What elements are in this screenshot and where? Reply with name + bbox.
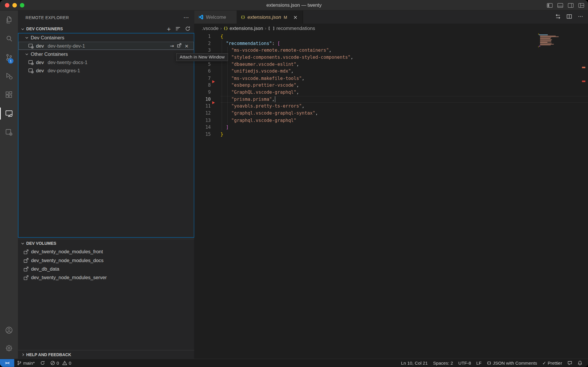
status-indentation[interactable]: Spaces: 2 [430, 359, 456, 367]
code-token: , [272, 97, 275, 102]
volume-item[interactable]: dev_twenty_node_modules_front [18, 247, 194, 256]
close-tab-icon[interactable]: × [292, 14, 299, 20]
sync-changes-item[interactable] [37, 359, 47, 367]
breadcrumb-file[interactable]: extensions.json [230, 25, 263, 31]
volume-item[interactable]: dev_twenty_node_modules_docs [18, 256, 194, 264]
code-line[interactable]: 4 "styled-components.vscode-styled-compo… [194, 54, 588, 61]
remote-indicator[interactable]: >< [0, 359, 14, 367]
status-language-mode[interactable]: {} JSON with Comments [484, 359, 540, 367]
stop-container-icon[interactable]: × [185, 43, 189, 48]
search-icon[interactable] [0, 29, 18, 48]
dev-volumes-header[interactable]: DEV VOLUMES [18, 239, 194, 247]
code-token: "graphql.vscode-graphql-syntax" [220, 110, 315, 116]
code-token: : [272, 41, 277, 46]
refresh-icon[interactable] [185, 26, 191, 32]
volume-icon [23, 249, 29, 254]
container-description: dev-twenty-dev-1 [48, 43, 85, 48]
container-icon [28, 43, 34, 48]
window-title: extensions.json — twenty [0, 0, 588, 11]
toggle-primary-sidebar-icon[interactable] [547, 2, 553, 8]
status-formatter[interactable]: ✓ Prettier [540, 359, 565, 367]
status-line-col[interactable]: Ln 10, Col 21 [398, 359, 430, 367]
problems-item[interactable]: 0 0 [48, 359, 74, 367]
volume-item[interactable]: dev_db_data [18, 265, 194, 273]
breadcrumb-folder[interactable]: .vscode [202, 25, 218, 31]
tree-item-dev-twenty-dev[interactable]: dev dev-twenty-dev-1 → × [19, 42, 194, 50]
explorer-icon[interactable] [0, 11, 18, 29]
code-token: "yoavbls.pretty-ts-errors" [220, 103, 302, 109]
feedback-icon[interactable] [565, 359, 575, 367]
volume-item[interactable]: dev_twenty_node_modules_server [18, 273, 194, 282]
filter-list-icon[interactable] [175, 26, 181, 32]
code-line-current[interactable]: 10 "prisma.prisma", [194, 96, 588, 103]
extensions-icon[interactable] [0, 86, 18, 104]
section-actions: + [167, 26, 194, 32]
editor-more-actions-icon[interactable] [577, 13, 583, 21]
git-branch-item[interactable]: main* [14, 359, 37, 367]
code-token: "ms-vscode.makefile-tools" [220, 76, 302, 81]
plus-icon[interactable]: + [167, 26, 171, 31]
code-line[interactable]: 2 "recommendations": [ [194, 40, 588, 47]
code-line[interactable]: 5 "dbaeumer.vscode-eslint", [194, 61, 588, 68]
code-token: , [315, 110, 318, 116]
code-line[interactable]: 14 ] [194, 124, 588, 131]
gutter-marker-icon [212, 101, 215, 104]
code-line[interactable]: 15} [194, 131, 588, 138]
code-line[interactable]: 11 "yoavbls.pretty-ts-errors", [194, 103, 588, 110]
tab-welcome[interactable]: Welcome [194, 11, 237, 24]
accounts-icon[interactable] [0, 321, 18, 339]
tooltip: Attach in New Window [176, 53, 228, 61]
dev-containers-icon[interactable] [0, 123, 18, 142]
toggle-panel-icon[interactable] [557, 2, 563, 8]
code-line[interactable]: 3 "ms-vscode-remote.remote-containers", [194, 47, 588, 54]
branch-icon [17, 361, 22, 366]
chevron-down-icon [26, 36, 28, 38]
editor-group: Welcome {} extensions.json M × .vscode ›… [194, 11, 588, 359]
tree-group-other-containers[interactable]: Other Containers [19, 50, 194, 58]
code-line[interactable]: 13 "graphql.vscode-graphql" [194, 117, 588, 124]
source-control-icon[interactable]: 1 [0, 48, 18, 67]
split-editor-icon[interactable] [566, 13, 572, 21]
code-editor[interactable]: 1{ 2 "recommendations": [ 3 "ms-vscode-r… [194, 33, 588, 359]
customize-layout-icon[interactable] [578, 2, 584, 8]
sidebar-title: REMOTE EXPLORER [26, 15, 183, 20]
code-line[interactable]: 9 "GraphQL.vscode-graphql", [194, 89, 588, 96]
code-token: "ms-vscode-remote.remote-containers" [220, 48, 329, 53]
code-line[interactable]: 12 "graphql.vscode-graphql-syntax", [194, 110, 588, 117]
section-dev-containers[interactable]: DEV CONTAINERS + [18, 25, 194, 33]
section-help-feedback[interactable]: HELP AND FEEDBACK [18, 350, 194, 358]
tab-extensions-json[interactable]: {} extensions.json M × [237, 11, 303, 24]
settings-gear-icon[interactable] [0, 339, 18, 357]
breadcrumb: .vscode › {} extensions.json › [ ] recom… [194, 24, 588, 33]
code-token: "prisma.prisma" [220, 97, 272, 102]
notifications-bell-icon[interactable] [575, 359, 585, 367]
more-actions-icon[interactable]: ⋯ [183, 14, 189, 21]
check-icon: ✓ [542, 360, 546, 366]
code-line[interactable]: 7 "ms-vscode.makefile-tools", [194, 75, 588, 82]
code-token: , [350, 55, 353, 60]
editor-actions [555, 11, 588, 24]
code-token: } [220, 131, 223, 137]
run-debug-icon[interactable] [0, 67, 18, 86]
code-line[interactable]: 6 "unifiedjs.vscode-mdx", [194, 68, 588, 75]
code-token: "esbenp.prettier-vscode" [220, 83, 296, 88]
open-changes-icon[interactable] [555, 13, 561, 21]
container-icon [28, 68, 34, 73]
minimap[interactable] [538, 34, 574, 48]
code-line[interactable]: 8 "esbenp.prettier-vscode", [194, 82, 588, 89]
titlebar-layout-controls [547, 0, 584, 11]
tree-item-dev-postgres[interactable]: dev dev-postgres-1 [19, 66, 194, 75]
tree-item-dev-twenty-docs[interactable]: dev dev-twenty-docs-1 [19, 58, 194, 66]
scm-badge: 1 [8, 58, 14, 64]
attach-new-window-icon[interactable] [177, 43, 182, 49]
code-token: [ [278, 41, 280, 46]
code-line[interactable]: 1{ [194, 33, 588, 40]
status-encoding[interactable]: UTF-8 [456, 359, 474, 367]
attach-container-icon[interactable]: → [170, 43, 174, 48]
tree-group-dev-containers[interactable]: Dev Containers [19, 33, 194, 42]
toggle-secondary-sidebar-icon[interactable] [568, 2, 574, 8]
breadcrumb-symbol[interactable]: recommendations [276, 25, 315, 31]
remote-explorer-icon[interactable] [0, 104, 18, 123]
status-eol[interactable]: LF [474, 359, 484, 367]
container-name: dev [36, 59, 44, 65]
